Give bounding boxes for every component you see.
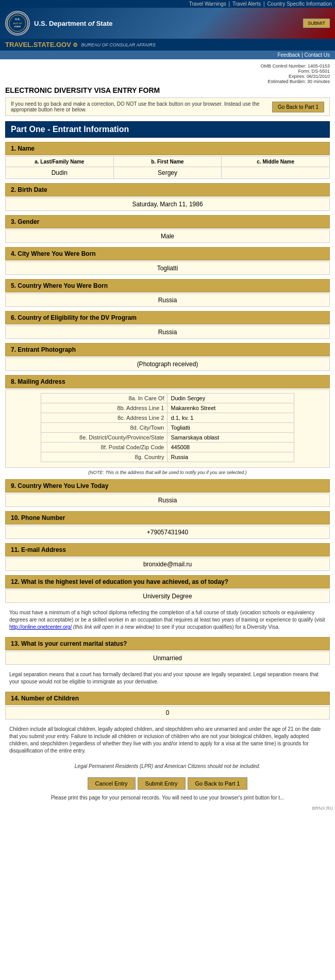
gender-value: Male xyxy=(5,230,330,243)
middle-name-value xyxy=(222,167,329,178)
section-name-header: 1. Name xyxy=(5,142,330,155)
children-info1: Children include all biological children… xyxy=(5,724,330,757)
omb-block: OMB Control Number: 1405-0153 Form: DS-5… xyxy=(5,63,330,84)
address-row: 8f. Postal Code/Zip Code445008 xyxy=(41,443,294,452)
feedback-link[interactable]: Feedback xyxy=(277,52,300,58)
country-specific-link[interactable]: Country Specific Information xyxy=(267,1,332,7)
col-last-name-label: a. Last/Family Name xyxy=(6,157,114,167)
section-country-eligibility-header: 6. Country of Eligibility for the DV Pro… xyxy=(5,311,330,324)
submit-entry-button[interactable]: Submit Entry xyxy=(138,777,186,790)
travel-bar: TRAVEL.STATE.GOV ⚙ BUREAU OF CONSULAR AF… xyxy=(0,39,335,51)
address-row: 8d. City/TownTogliatti xyxy=(41,423,294,433)
section-marital-header: 13. What is your current marital status? xyxy=(5,637,330,650)
section-country-live-header: 9. Country Where You Live Today xyxy=(5,479,330,493)
children-value: 0 xyxy=(5,706,330,720)
phone-value: +79057431940 xyxy=(5,526,330,539)
back-notice-text: If you need to go back and make a correc… xyxy=(11,101,272,112)
country-born-value: Russia xyxy=(5,293,330,307)
section-phone-header: 10. Phone Number xyxy=(5,511,330,525)
svg-text:DEPT OF: DEPT OF xyxy=(13,22,22,25)
site-header: U.S. DEPT OF STATE U.S. Department of St… xyxy=(0,8,335,39)
education-info: You must have a minimum of a high school… xyxy=(5,607,330,633)
address-row: 8e. District/County/Province/StateSamars… xyxy=(41,433,294,443)
country-eligibility-value: Russia xyxy=(5,325,330,339)
country-live-value: Russia xyxy=(5,494,330,507)
top-bar: Travel Warnings | Travel Alerts | Countr… xyxy=(0,0,335,8)
col-first-name-label: b. First Name xyxy=(114,157,222,167)
travel-alerts-link[interactable]: Travel Alerts xyxy=(232,1,261,7)
logo-block: U.S. DEPT OF STATE U.S. Department of St… xyxy=(5,11,112,36)
bureau-label: BUREAU OF CONSULAR AFFAIRS xyxy=(81,42,155,47)
svg-text:STATE: STATE xyxy=(14,25,21,28)
address-row: 8c. Address Line 2d.1, kv. 1 xyxy=(41,413,294,423)
marital-value: Unmarried xyxy=(5,651,330,665)
contact-us-link[interactable]: Contact Us xyxy=(305,52,330,58)
onet-link[interactable]: http://online.onetcenter.org/ xyxy=(9,624,72,630)
section-country-born-header: 5. Country Where You Were Born xyxy=(5,279,330,292)
watermark: BRNX.RU xyxy=(0,805,335,812)
go-back-part1-top-button[interactable]: Go Back to Part 1 xyxy=(272,102,324,112)
section-city-born-header: 4. City Where You Were Born xyxy=(5,247,330,260)
email-value: bronxide@mail.ru xyxy=(5,558,330,571)
section-gender-header: 3. Gender xyxy=(5,215,330,228)
bottom-buttons: Cancel Entry Submit Entry Go Back to Par… xyxy=(5,777,330,790)
travel-warnings-link[interactable]: Travel Warnings xyxy=(189,1,226,7)
svg-text:U.S.: U.S. xyxy=(15,18,20,21)
col-middle-name-label: c. Middle Name xyxy=(222,157,329,167)
travel-logo: TRAVEL.STATE.GOV ⚙ xyxy=(5,41,78,48)
first-name-value: Sergey xyxy=(114,167,222,178)
part-one-header: Part One - Entrant Information xyxy=(5,121,330,138)
address-row: 8a. In Care OfDudin Sergey xyxy=(41,394,294,403)
section-children-header: 14. Number of Children xyxy=(5,692,330,705)
children-info2: Legal Permanent Residents (LPR) and Amer… xyxy=(5,761,330,772)
section-education-header: 12. What is the highest level of educati… xyxy=(5,575,330,589)
city-born-value: Togliatti xyxy=(5,262,330,275)
back-notice: If you need to go back and make a correc… xyxy=(5,97,330,116)
last-name-value: Dudin xyxy=(6,167,114,178)
form-title: ELECTRONIC DIVERSITY VISA ENTRY FORM xyxy=(5,86,330,94)
section-mailing-header: 8. Mailing Address xyxy=(5,375,330,388)
birth-date-value: Saturday, March 11, 1986 xyxy=(5,198,330,211)
main-content: OMB Control Number: 1405-0153 Form: DS-5… xyxy=(0,59,335,805)
section-email-header: 11. E-mail Address xyxy=(5,543,330,557)
name-row: a. Last/Family Name b. First Name c. Mid… xyxy=(5,156,330,179)
dept-name: U.S. Department of State xyxy=(34,20,112,27)
section-photograph-header: 7. Entrant Photograph xyxy=(5,343,330,356)
go-back-part1-bottom-button[interactable]: Go Back to Part 1 xyxy=(188,777,248,790)
address-row: 8g. CountryRussia xyxy=(41,452,294,462)
address-row: 8b. Address Line 1Makarenko Street xyxy=(41,403,294,413)
photograph-value: (Photograph received) xyxy=(5,357,330,371)
address-note: (NOTE: This is the address that will be … xyxy=(5,470,330,475)
header-submit-button[interactable]: SUBMIT xyxy=(303,19,330,28)
marital-info: Legal separation means that a court has … xyxy=(5,669,330,688)
address-table: 8a. In Care OfDudin Sergey8b. Address Li… xyxy=(41,393,295,462)
cancel-entry-button[interactable]: Cancel Entry xyxy=(88,777,136,790)
print-notice: Please print this page for your personal… xyxy=(5,795,330,801)
education-value: University Degree xyxy=(5,590,330,603)
section-birth-date-header: 2. Birth Date xyxy=(5,183,330,197)
state-dept-seal: U.S. DEPT OF STATE xyxy=(5,11,30,36)
feedback-bar: Feedback | Contact Us xyxy=(0,51,335,59)
